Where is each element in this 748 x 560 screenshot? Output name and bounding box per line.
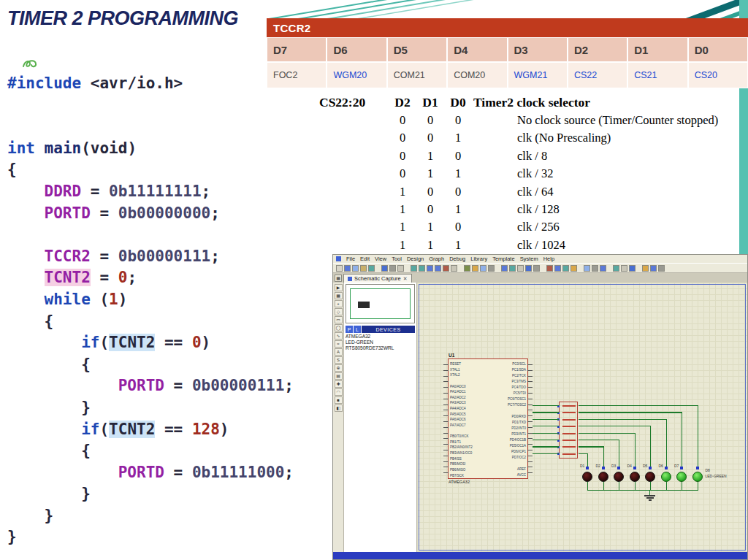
mode-tool-icon[interactable]: + — [335, 300, 343, 307]
toolbar-icon[interactable] — [397, 265, 404, 272]
led-d2[interactable] — [598, 472, 608, 482]
mode-tool-icon[interactable]: ∿ — [335, 332, 343, 340]
toolbar-icon[interactable] — [533, 265, 540, 272]
library-button[interactable]: L — [354, 326, 361, 333]
toolbar-icon[interactable] — [419, 265, 425, 272]
toolbar-icon[interactable] — [509, 265, 516, 272]
toolbar-icon[interactable] — [443, 265, 449, 272]
led-d1[interactable] — [582, 472, 592, 482]
code-line — [7, 95, 294, 117]
menu-library[interactable]: Library — [470, 256, 487, 262]
mode-tool-icon[interactable]: ⊕ — [335, 364, 343, 372]
toolbar-icon[interactable] — [642, 265, 649, 272]
mode-tool-icon[interactable]: ◧ — [335, 404, 343, 412]
pick-device-button[interactable]: P — [346, 326, 353, 333]
schematic-canvas[interactable]: U1 ATMEGA32 RESET XTAL1 XTAL2 PA0/ADC0 P… — [417, 283, 747, 552]
mode-tool-icon[interactable]: A — [335, 348, 343, 356]
menu-file[interactable]: File — [346, 256, 355, 262]
device-list-item[interactable]: LED-GREEN — [344, 340, 416, 345]
led-d4[interactable] — [630, 472, 640, 482]
tab-schematic-capture[interactable]: Schematic Capture ✕ — [343, 274, 412, 283]
menu-view[interactable]: View — [375, 256, 386, 262]
menu-edit[interactable]: Edit — [360, 256, 370, 262]
menu-template[interactable]: Template — [492, 256, 514, 262]
toolbar-icon[interactable] — [464, 265, 470, 272]
toolbar-icon[interactable] — [584, 265, 590, 272]
mode-tool-icon[interactable]: ✚ — [335, 380, 343, 388]
led-d6[interactable] — [661, 472, 671, 482]
clock-selector-row: 100clk / 64 — [319, 183, 748, 201]
tccr2-bit-header-row: D7D6D5D4D3D2D1D0 — [267, 37, 748, 62]
mode-tool-icon[interactable]: ■ — [335, 396, 343, 404]
toolbar-icon[interactable] — [488, 265, 495, 272]
home-grid-icon[interactable]: ▦ — [335, 275, 342, 282]
tccr2-table-title: TCCR2 — [267, 18, 748, 37]
toolbar-icon[interactable] — [381, 265, 388, 272]
menu-tool[interactable]: Tool — [392, 256, 402, 262]
mode-tool-icon[interactable]: ≈ — [335, 340, 343, 348]
mode-tool-icon[interactable]: ▭ — [335, 316, 343, 323]
toolbar-icon[interactable] — [613, 265, 619, 272]
toolbar-icon[interactable] — [517, 265, 524, 272]
toolbar-icon[interactable] — [472, 265, 478, 272]
toolbar-icon[interactable] — [411, 265, 417, 272]
device-list-item[interactable]: RTS8050RDE732WRL — [344, 345, 416, 351]
menu-design[interactable]: Design — [407, 256, 424, 262]
toolbar-icon[interactable] — [480, 265, 486, 272]
device-list-item[interactable]: ATMEGA32 — [344, 334, 416, 340]
toolbar-icon[interactable] — [629, 265, 636, 272]
schematic-icon — [348, 277, 352, 281]
clock-reg-label: CS22:20 — [319, 93, 389, 112]
led-d7[interactable] — [676, 472, 687, 482]
led-d8[interactable] — [692, 472, 703, 482]
mode-tool-icon[interactable]: ◠ — [335, 388, 343, 396]
tccr2-bit-value-row: FOC2WGM20COM21COM20WGM21CS22CS21CS20 — [267, 62, 748, 88]
toolbar-icon[interactable] — [546, 265, 553, 272]
code-line: while (1) — [7, 289, 294, 311]
mode-tool-icon[interactable]: ◇ — [335, 308, 343, 315]
toolbar-icon[interactable] — [621, 265, 627, 272]
menu-system[interactable]: System — [520, 256, 538, 262]
toolbar-icon[interactable] — [570, 265, 577, 272]
toolbar-icon[interactable] — [344, 265, 351, 272]
menu-help[interactable]: Help — [543, 256, 554, 262]
toolbar-separator — [579, 264, 582, 272]
led-d5[interactable] — [645, 472, 655, 482]
toolbar-icon[interactable] — [525, 265, 532, 272]
mode-tool-icon[interactable]: ▦ — [335, 292, 343, 299]
toolbar-icon[interactable] — [336, 265, 343, 272]
led-d3[interactable] — [614, 472, 624, 482]
toolbar-icon[interactable] — [451, 265, 457, 272]
toolbar-separator — [541, 264, 545, 272]
toolbar-icon[interactable] — [658, 265, 665, 272]
mode-tool-icon[interactable]: ◯ — [335, 324, 343, 331]
toolbar-icon[interactable] — [435, 265, 441, 272]
preview-component — [358, 302, 370, 308]
menu-debug[interactable]: Debug — [449, 256, 465, 262]
clock-cell: 1 — [416, 237, 444, 254]
bit-value-cell: FOC2 — [267, 62, 327, 88]
toolbar-separator — [637, 264, 641, 272]
toolbar-separator — [376, 264, 380, 272]
clock-cell: 1 — [389, 183, 416, 201]
clock-selector-row: 000No clock source (Timer/Counter stoppe… — [319, 112, 748, 129]
tab-close-icon[interactable]: ✕ — [403, 276, 408, 282]
toolbar-icon[interactable] — [389, 265, 396, 272]
mode-tool-icon[interactable]: S — [335, 356, 343, 364]
toolbar-icon[interactable] — [352, 265, 359, 272]
clock-cell — [319, 112, 389, 129]
mode-tool-icon[interactable]: ▶ — [335, 284, 343, 291]
menu-graph[interactable]: Graph — [429, 256, 444, 262]
toolbar-icon[interactable] — [360, 265, 367, 272]
toolbar-icon[interactable] — [650, 265, 657, 272]
toolbar-icon[interactable] — [592, 265, 598, 272]
toolbar-icon[interactable] — [427, 265, 433, 272]
toolbar-icon[interactable] — [554, 265, 561, 272]
toolbar-icon[interactable] — [368, 265, 375, 272]
bit-value-cell: WGM20 — [327, 62, 386, 88]
toolbar-icon[interactable] — [600, 265, 606, 272]
toolbar-icon[interactable] — [501, 265, 508, 272]
toolbar-icon[interactable] — [562, 265, 569, 272]
mode-tool-icon[interactable]: ▤ — [335, 372, 343, 380]
code-line: } — [7, 483, 294, 505]
